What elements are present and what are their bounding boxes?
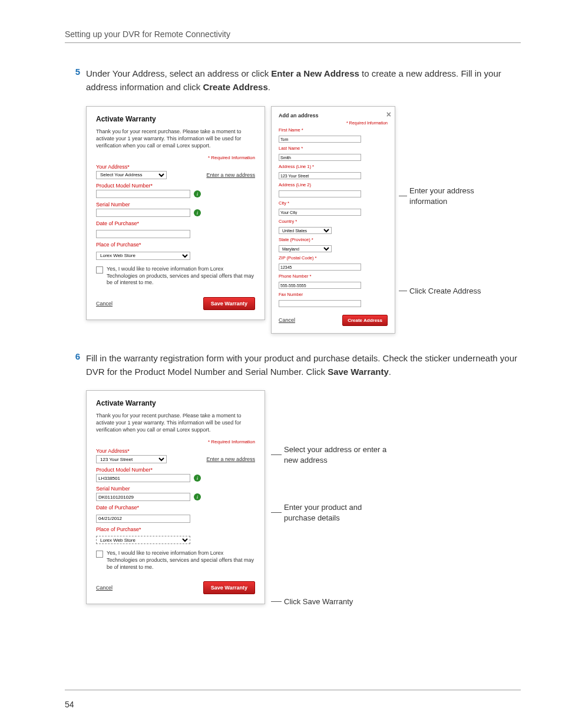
- last-name-input[interactable]: [279, 154, 361, 161]
- step-text: Fill in the warranty registration form w…: [86, 351, 521, 379]
- panel-title: Activate Warranty: [96, 115, 255, 123]
- label-place: Place of Purchase*: [96, 526, 255, 532]
- leader-line: [271, 601, 282, 602]
- leader-line: [399, 291, 407, 292]
- page-number: 54: [65, 700, 74, 709]
- date-input[interactable]: [96, 515, 190, 523]
- t: Enter a New Address: [271, 68, 359, 78]
- leader-line: [399, 196, 407, 197]
- country-select[interactable]: United States: [279, 227, 332, 234]
- cancel-link[interactable]: Cancel: [279, 317, 295, 323]
- label-fax: Fax Number: [279, 292, 388, 297]
- label-date: Date of Purchase*: [96, 220, 255, 226]
- create-address-button[interactable]: Create Address: [342, 315, 388, 326]
- cancel-link[interactable]: Cancel: [96, 585, 113, 591]
- t: .: [268, 82, 270, 92]
- date-input[interactable]: [96, 230, 190, 238]
- required-note: * Required Information: [279, 121, 388, 125]
- label-address: Your Address*: [96, 164, 255, 170]
- label-address: Your Address*: [96, 448, 255, 454]
- info-icon[interactable]: i: [194, 190, 201, 197]
- address1-input[interactable]: [279, 172, 361, 179]
- model-input[interactable]: [96, 190, 190, 198]
- label-model: Product Model Number*: [96, 183, 255, 189]
- label-model: Product Model Number*: [96, 467, 255, 473]
- phone-input[interactable]: [279, 282, 361, 289]
- label-zip: ZIP (Postal Code) *: [279, 255, 388, 261]
- annotation-enter-product: Enter your product and purchase details: [284, 502, 390, 523]
- t: .: [389, 367, 391, 377]
- save-warranty-button[interactable]: Save Warranty: [203, 297, 255, 310]
- close-icon[interactable]: ×: [386, 110, 391, 118]
- optin-text: Yes, I would like to receive information…: [107, 550, 255, 571]
- label-last: Last Name *: [279, 146, 388, 151]
- t: Create Address: [203, 82, 267, 92]
- optin-text: Yes, I would like to receive information…: [107, 266, 255, 286]
- enter-new-address-link[interactable]: Enter a new address: [206, 456, 255, 462]
- place-select[interactable]: Lorex Web Store: [96, 536, 190, 544]
- label-phone: Phone Number *: [279, 274, 388, 279]
- first-name-input[interactable]: [279, 136, 361, 143]
- activate-warranty-panel: Activate Warranty Thank you for your rec…: [86, 106, 265, 320]
- figure-step6: Activate Warranty Thank you for your rec…: [86, 390, 521, 608]
- enter-new-address-link[interactable]: Enter a new address: [206, 172, 255, 178]
- info-icon[interactable]: i: [194, 493, 201, 500]
- label-line1: Address (Line 1) *: [279, 164, 388, 169]
- figure-step5: Activate Warranty Thank you for your rec…: [86, 106, 521, 334]
- label-first: First Name *: [279, 127, 388, 133]
- panel-intro: Thank you for your recent purchase. Plea…: [96, 412, 255, 433]
- step-number: 6: [65, 351, 86, 379]
- step-number: 5: [65, 67, 86, 94]
- label-serial: Serial Number: [96, 486, 255, 492]
- address-select[interactable]: Select Your Address: [96, 171, 167, 179]
- optin-row: Yes, I would like to receive information…: [96, 550, 255, 571]
- footer-rule: [65, 690, 521, 690]
- optin-checkbox[interactable]: [96, 551, 103, 558]
- required-note: * Required Information: [96, 439, 255, 444]
- label-place: Place of Purchase*: [96, 242, 255, 248]
- save-warranty-button[interactable]: Save Warranty: [203, 581, 255, 594]
- address2-input[interactable]: [279, 190, 361, 197]
- panel-title: Add an address: [279, 113, 388, 118]
- optin-checkbox[interactable]: [96, 266, 103, 274]
- activate-warranty-panel-filled: Activate Warranty Thank you for your rec…: [86, 390, 265, 604]
- panel-title: Activate Warranty: [96, 399, 255, 407]
- header-rule: [65, 42, 521, 43]
- state-select[interactable]: Maryland: [279, 245, 332, 252]
- annotation-click-create: Click Create Address: [409, 286, 504, 297]
- label-country: Country *: [279, 219, 388, 224]
- add-address-panel: × Add an address * Required Information …: [271, 106, 395, 334]
- info-icon[interactable]: i: [194, 209, 201, 216]
- leader-line: [271, 454, 282, 456]
- annotation-enter-info: Enter your address information: [409, 186, 498, 207]
- annotation-click-save: Click Save Warranty: [284, 597, 390, 607]
- label-city: City *: [279, 200, 388, 206]
- address-select[interactable]: 123 Your Street: [96, 455, 167, 463]
- serial-input[interactable]: [96, 209, 190, 217]
- leader-line: [271, 512, 282, 513]
- step-5: 5 Under Your Address, select an address …: [65, 67, 521, 94]
- t: Fill in the warranty registration form w…: [86, 353, 517, 377]
- cancel-link[interactable]: Cancel: [96, 301, 113, 307]
- label-line2: Address (Line 2): [279, 182, 388, 187]
- serial-input[interactable]: [96, 493, 190, 501]
- step-text: Under Your Address, select an address or…: [86, 67, 521, 94]
- fax-input[interactable]: [279, 300, 361, 307]
- panel-intro: Thank you for your recent purchase. Plea…: [96, 128, 255, 149]
- annotation-select-address: Select your address or enter a new addre…: [284, 444, 390, 466]
- optin-row: Yes, I would like to receive information…: [96, 266, 255, 286]
- place-select[interactable]: Lorex Web Store: [96, 252, 190, 260]
- label-date: Date of Purchase*: [96, 505, 255, 510]
- t: Save Warranty: [328, 367, 389, 377]
- section-header: Setting up your DVR for Remote Connectiv…: [65, 29, 521, 39]
- model-input[interactable]: [96, 474, 190, 482]
- t: Under Your Address, select an address or…: [86, 68, 271, 78]
- info-icon[interactable]: i: [194, 475, 201, 482]
- label-state: State (Province) *: [279, 237, 388, 242]
- label-serial: Serial Number: [96, 202, 255, 207]
- zip-input[interactable]: [279, 263, 361, 271]
- required-note: * Required Information: [96, 155, 255, 160]
- city-input[interactable]: [279, 209, 361, 216]
- step-6: 6 Fill in the warranty registration form…: [65, 351, 521, 379]
